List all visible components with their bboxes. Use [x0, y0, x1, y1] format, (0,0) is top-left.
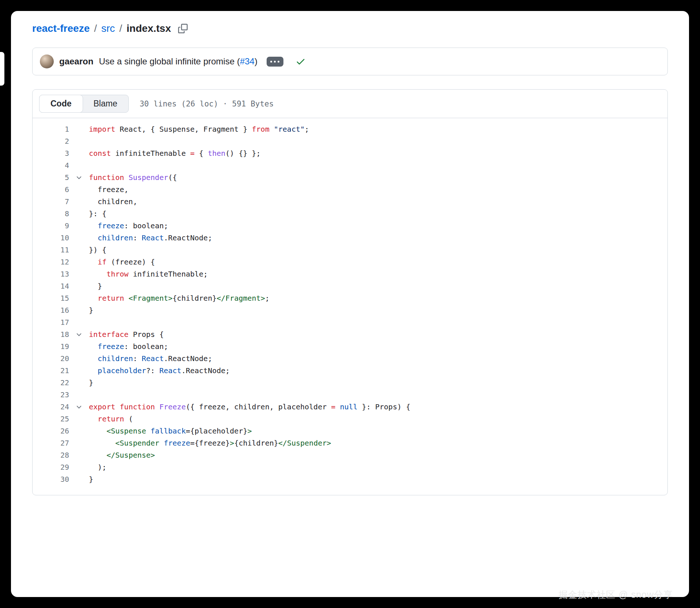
code-line: 1import React, { Suspense, Fragment } fr… — [33, 123, 667, 135]
line-number[interactable]: 11 — [33, 244, 69, 256]
code-line: 17 — [33, 316, 667, 329]
code-text: if (freeze) { — [89, 256, 155, 268]
code-line: 16} — [33, 304, 667, 316]
breadcrumb-repo-link[interactable]: react-freeze — [32, 23, 90, 34]
breadcrumb-folder-link[interactable]: src — [101, 23, 115, 34]
line-number[interactable]: 19 — [33, 341, 69, 353]
code-line: 5function Suspender({ — [33, 172, 667, 184]
code-line: 24export function Freeze({ freeze, child… — [33, 401, 667, 413]
breadcrumb-file-name: index.tsx — [127, 23, 171, 34]
latest-commit-bar: gaearon Use a single global infinite pro… — [32, 48, 668, 75]
code-text: } — [89, 377, 93, 389]
line-number[interactable]: 20 — [33, 353, 69, 365]
copy-path-button[interactable] — [178, 24, 188, 33]
code-text: throw infiniteThenable; — [89, 268, 208, 280]
file-view-content: react-freeze / src / index.tsx gaearon U… — [11, 11, 689, 507]
code-text: export function Freeze({ freeze, childre… — [89, 401, 410, 413]
line-number[interactable]: 15 — [33, 292, 69, 304]
file-view-card: react-freeze / src / index.tsx gaearon U… — [11, 11, 689, 597]
avatar[interactable] — [40, 55, 54, 68]
line-number[interactable]: 7 — [33, 196, 69, 208]
code-text: const infiniteThenable = { then() {} }; — [89, 147, 261, 159]
chevron-down-icon[interactable] — [69, 331, 89, 338]
line-number[interactable]: 23 — [33, 389, 69, 401]
line-number[interactable]: 5 — [33, 172, 69, 184]
tab-code[interactable]: Code — [39, 95, 83, 113]
line-number[interactable]: 25 — [33, 413, 69, 425]
code-text: import React, { Suspense, Fragment } fro… — [89, 123, 309, 135]
tab-blame[interactable]: Blame — [83, 95, 128, 112]
code-line: 11}) { — [33, 244, 667, 256]
line-number[interactable]: 18 — [33, 329, 69, 341]
line-number[interactable]: 16 — [33, 304, 69, 316]
code-line: 18interface Props { — [33, 329, 667, 341]
code-line: 3const infiniteThenable = { then() {} }; — [33, 147, 667, 159]
code-line: 12 if (freeze) { — [33, 256, 667, 268]
code-text: children: React.ReactNode; — [89, 232, 212, 244]
code-line: 22} — [33, 377, 667, 389]
code-text: placeholder?: React.ReactNode; — [89, 365, 230, 377]
chevron-down-icon[interactable] — [69, 404, 89, 411]
code-line: 30} — [33, 473, 667, 485]
file-meta: 30 lines (26 loc) · 591 Bytes — [140, 100, 274, 108]
code-text: children: React.ReactNode; — [89, 353, 212, 365]
line-number[interactable]: 4 — [33, 159, 69, 172]
line-number[interactable]: 2 — [33, 135, 69, 147]
window-edge-notch — [0, 52, 4, 86]
line-number[interactable]: 30 — [33, 473, 69, 485]
code-line: 26 <Suspense fallback={placeholder}> — [33, 425, 667, 437]
code-line: 14 } — [33, 280, 667, 292]
code-line: 10 children: React.ReactNode; — [33, 232, 667, 244]
pr-link[interactable]: #34 — [240, 56, 255, 66]
code-line: 4 — [33, 159, 667, 172]
chevron-down-icon[interactable] — [69, 174, 89, 181]
code-text: function Suspender({ — [89, 172, 177, 184]
line-number[interactable]: 10 — [33, 232, 69, 244]
code-line: 2 — [33, 135, 667, 147]
commit-author-link[interactable]: gaearon — [59, 56, 93, 67]
code-line: 27 <Suspender freeze={freeze}>{children}… — [33, 437, 667, 449]
code-line: 21 placeholder?: React.ReactNode; — [33, 365, 667, 377]
line-number[interactable]: 24 — [33, 401, 69, 413]
line-number[interactable]: 17 — [33, 316, 69, 329]
code-line: 20 children: React.ReactNode; — [33, 353, 667, 365]
commit-message-text: Use a single global infinite promise ( — [99, 56, 240, 66]
code-text: interface Props { — [89, 329, 164, 341]
code-text: } — [89, 304, 93, 316]
code-text: } — [89, 473, 93, 485]
code-line: 8}: { — [33, 208, 667, 220]
check-icon — [296, 56, 306, 67]
code-line: 28 </Suspense> — [33, 449, 667, 461]
line-number[interactable]: 21 — [33, 365, 69, 377]
breadcrumb-separator: / — [94, 23, 97, 34]
code-line: 15 return <Fragment>{children}</Fragment… — [33, 292, 667, 304]
line-number[interactable]: 28 — [33, 449, 69, 461]
code-text: return ( — [89, 413, 133, 425]
line-number[interactable]: 13 — [33, 268, 69, 280]
line-number[interactable]: 14 — [33, 280, 69, 292]
line-number[interactable]: 9 — [33, 220, 69, 232]
code-line: 7 children, — [33, 196, 667, 208]
commit-message: Use a single global infinite promise (#3… — [99, 56, 257, 67]
code-view-header: Code Blame 30 lines (26 loc) · 591 Bytes — [33, 90, 667, 118]
expand-commit-description-button[interactable] — [267, 57, 283, 67]
code-text: <Suspense fallback={placeholder}> — [89, 425, 252, 437]
line-number[interactable]: 22 — [33, 377, 69, 389]
line-number[interactable]: 29 — [33, 461, 69, 473]
code-text: } — [89, 280, 102, 292]
line-number[interactable]: 26 — [33, 425, 69, 437]
line-number[interactable]: 1 — [33, 123, 69, 135]
code-text: <Suspender freeze={freeze}>{children}</S… — [89, 437, 331, 449]
code-text: children, — [89, 196, 137, 208]
line-number[interactable]: 27 — [33, 437, 69, 449]
code-text: }) { — [89, 244, 106, 256]
commit-message-text: ) — [255, 56, 257, 66]
line-number[interactable]: 8 — [33, 208, 69, 220]
watermark: 掘金技术社区 @ snow分享 — [558, 589, 673, 601]
line-number[interactable]: 6 — [33, 184, 69, 196]
checks-status[interactable] — [296, 56, 306, 67]
line-number[interactable]: 3 — [33, 147, 69, 159]
line-number[interactable]: 12 — [33, 256, 69, 268]
code-line: 19 freeze: boolean; — [33, 341, 667, 353]
code-text: freeze, — [89, 184, 128, 196]
